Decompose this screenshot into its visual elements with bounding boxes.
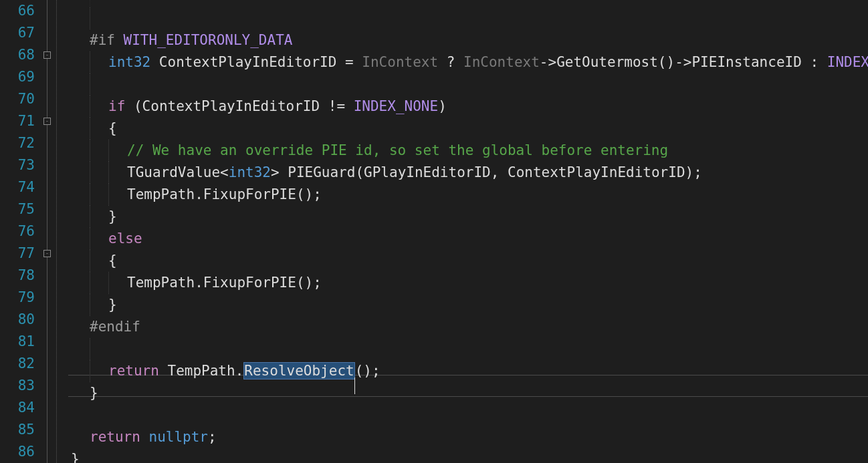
code-line[interactable] <box>68 338 868 360</box>
line-number: 86 <box>0 441 41 463</box>
code-editor[interactable]: 66 67 68 69 70 71 72 73 74 75 76 77 78 7… <box>0 0 868 463</box>
fold-toggle[interactable]: - <box>43 51 51 59</box>
code-line[interactable]: { <box>68 118 868 140</box>
dot: . <box>195 275 203 291</box>
line-number: 78 <box>0 265 41 287</box>
comment: // We have an override PIE id, so set th… <box>127 142 668 158</box>
variable: ContextPlayInEditorID <box>142 98 328 114</box>
line-number: 74 <box>0 176 41 198</box>
line-number: 80 <box>0 309 41 331</box>
member: PIEInstanceID <box>691 54 810 70</box>
fold-toggle[interactable]: - <box>43 118 51 125</box>
fold-column: - - - <box>41 0 68 463</box>
brace: } <box>108 297 117 313</box>
line-number: 83 <box>0 375 41 397</box>
line-number: 72 <box>0 132 41 154</box>
operator: = <box>345 54 354 70</box>
call: (); <box>296 275 322 291</box>
line-number: 81 <box>0 331 41 353</box>
angle: < <box>220 164 229 180</box>
fold-outline-inner <box>56 0 57 463</box>
preproc-endif: #endif <box>90 319 140 335</box>
code-line[interactable]: #if WITH_EDITORONLY_DATA <box>68 29 868 51</box>
dot: . <box>195 186 203 202</box>
line-number: 71 <box>0 110 41 132</box>
operator: -> <box>540 54 556 70</box>
code-line[interactable]: } <box>68 448 868 463</box>
code-line[interactable]: int32 ContextPlayInEditorID = InContext … <box>68 51 868 73</box>
variable: TempPath <box>127 186 195 202</box>
line-number-gutter: 66 67 68 69 70 71 72 73 74 75 76 77 78 7… <box>0 0 41 463</box>
paren: ( <box>355 164 364 180</box>
code-line[interactable]: TGuardValue<int32> PIEGuard(GPlayInEdito… <box>68 162 868 184</box>
brace: } <box>71 451 80 463</box>
preproc-if: #if <box>90 32 115 48</box>
expr: InContext <box>354 54 447 70</box>
operator: : <box>810 54 819 70</box>
func-call: FixupForPIE <box>203 275 296 291</box>
call: (); <box>296 186 322 202</box>
macro-name: INDEX_NONE <box>345 98 438 114</box>
type: TGuardValue <box>127 164 220 180</box>
line-number: 75 <box>0 198 41 220</box>
code-line[interactable]: TempPath.FixupForPIE(); <box>68 272 868 294</box>
variable: PIEGuard <box>280 164 356 180</box>
brace: } <box>90 385 98 401</box>
variable: TempPath <box>127 275 195 291</box>
comma: , <box>491 164 508 180</box>
line-number: 79 <box>0 287 41 309</box>
expr: InContext <box>455 54 539 70</box>
keyword-else: else <box>108 230 142 247</box>
line-number: 76 <box>0 220 41 243</box>
macro-name: INDEX_NONE <box>819 54 868 70</box>
line-number: 68 <box>0 44 41 66</box>
variable: TempPath <box>168 363 235 379</box>
space <box>159 363 168 379</box>
brace: { <box>108 253 117 269</box>
code-area[interactable]: #if WITH_EDITORONLY_DATA int32 ContextPl… <box>68 0 868 463</box>
code-line[interactable]: { <box>68 250 868 272</box>
line-number: 69 <box>0 66 41 88</box>
fold-outline <box>47 0 47 463</box>
operator: -> <box>675 54 691 70</box>
keyword-nullptr: nullptr <box>149 429 209 445</box>
code-line[interactable]: // We have an override PIE id, so set th… <box>68 140 868 162</box>
type-int32: int32 <box>229 164 271 180</box>
code-line[interactable] <box>68 0 868 7</box>
code-line[interactable] <box>68 73 868 96</box>
line-number: 66 <box>0 0 41 22</box>
operator: ? <box>447 54 455 70</box>
code-line[interactable]: #endif <box>68 316 868 338</box>
line-number: 67 <box>0 22 41 44</box>
line-number: 70 <box>0 88 41 110</box>
type-int32: int32 <box>108 54 150 70</box>
arg: ContextPlayInEditorID <box>508 164 685 180</box>
code-line[interactable] <box>68 404 868 426</box>
code-line[interactable] <box>68 7 868 29</box>
dot: . <box>235 363 244 379</box>
brace: { <box>108 120 117 136</box>
line-number: 73 <box>0 154 41 176</box>
line-number: 77 <box>0 243 41 265</box>
operator: != <box>328 98 345 114</box>
selection[interactable]: ResolveObject <box>243 362 354 379</box>
code-line[interactable]: TempPath.FixupForPIE(); <box>68 184 868 206</box>
keyword-return: return <box>90 429 140 445</box>
code-line[interactable]: if (ContextPlayInEditorID != INDEX_NONE) <box>68 96 868 118</box>
keyword-return: return <box>108 363 159 379</box>
line-number: 84 <box>0 397 41 419</box>
keyword-if: if <box>108 98 125 114</box>
code-line[interactable]: } <box>68 294 868 316</box>
paren: ( <box>125 98 142 114</box>
variable: ContextPlayInEditorID <box>150 54 345 70</box>
arg: GPlayInEditorID <box>364 164 491 180</box>
code-line[interactable]: else <box>68 228 868 250</box>
fold-toggle[interactable]: - <box>43 250 51 257</box>
code-line[interactable]: } <box>68 206 868 228</box>
code-line[interactable]: } <box>68 382 868 404</box>
func-call: GetOutermost <box>556 54 658 70</box>
func-call: FixupForPIE <box>203 186 296 202</box>
code-line[interactable]: return nullptr; <box>68 426 868 448</box>
code-line-current[interactable]: return TempPath.ResolveObject(); <box>68 360 868 382</box>
line-number: 82 <box>0 353 41 375</box>
